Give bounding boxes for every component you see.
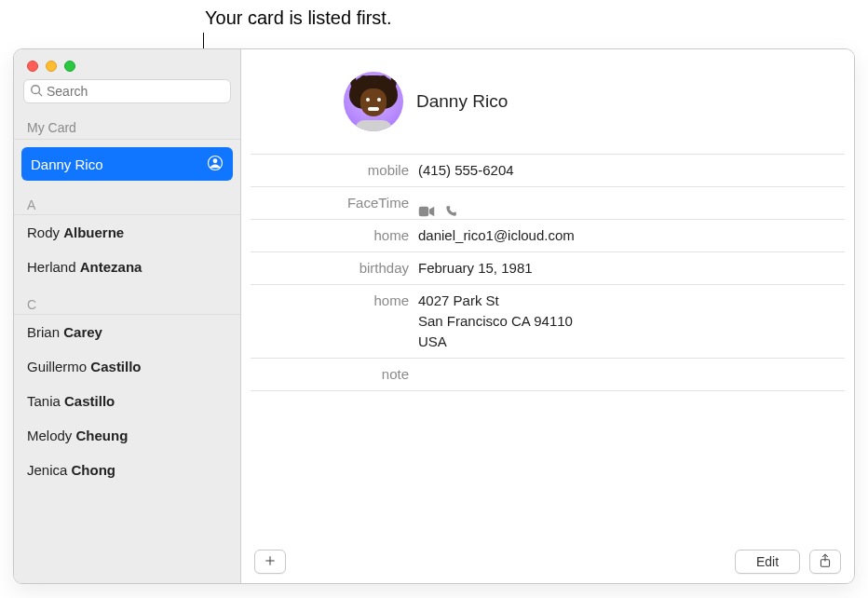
help-annotation: Your card is listed first. (205, 7, 391, 29)
contact-row[interactable]: Herland Antezana (14, 250, 240, 284)
field-value: February 15, 1981 (418, 258, 841, 279)
card-header: Danny Rico (241, 49, 854, 154)
contact-last: Carey (63, 324, 102, 340)
contact-row[interactable]: Melody Cheung (14, 418, 240, 453)
person-circle-icon (207, 155, 224, 174)
edit-button[interactable]: Edit (735, 550, 800, 574)
field-value[interactable]: 4027 Park St San Francisco CA 94110 USA (418, 291, 841, 352)
facetime-video-icon[interactable] (418, 183, 435, 224)
contact-first: Herland (27, 259, 76, 275)
contact-row[interactable]: Jenica Chong (14, 453, 240, 487)
facetime-actions (418, 193, 841, 213)
share-button[interactable] (809, 550, 841, 574)
field-facetime: FaceTime (251, 186, 845, 219)
field-birthday: birthday February 15, 1981 (251, 251, 845, 284)
minimize-window-button[interactable] (46, 61, 57, 72)
share-icon (819, 553, 832, 571)
edit-label: Edit (756, 554, 779, 569)
search-field[interactable] (23, 79, 231, 103)
mycard-row-selected[interactable]: Danny Rico (21, 147, 233, 181)
field-label: FaceTime (251, 193, 418, 213)
zoom-window-button[interactable] (64, 61, 75, 72)
contacts-window: My Card Danny Rico A Rody Albuerne Herla… (13, 48, 855, 584)
section-letter-c: C (14, 288, 240, 315)
window-controls (14, 49, 240, 79)
contacts-sidebar: My Card Danny Rico A Rody Albuerne Herla… (14, 49, 241, 583)
detail-toolbar: Edit (241, 540, 854, 583)
contact-last: Castillo (90, 359, 141, 374)
close-window-button[interactable] (27, 61, 38, 72)
svg-rect-4 (419, 207, 429, 217)
contact-row[interactable]: Rody Albuerne (14, 215, 240, 250)
field-label: birthday (251, 258, 418, 279)
contact-first: Rody (27, 224, 60, 240)
search-icon (30, 84, 43, 100)
facetime-audio-icon[interactable] (444, 183, 457, 224)
contact-first: Melody (27, 428, 72, 443)
search-input[interactable] (47, 84, 224, 99)
contact-first: Guillermo (27, 359, 87, 374)
contact-row[interactable]: Tania Castillo (14, 384, 240, 418)
plus-icon (264, 554, 277, 570)
field-home-email: home daniel_rico1@icloud.com (251, 219, 845, 251)
field-rows: mobile (415) 555-6204 FaceTime home dani… (241, 154, 854, 391)
contact-last: Albuerne (63, 224, 124, 240)
mycard-name: Danny Rico (31, 156, 103, 172)
field-home-address: home 4027 Park St San Francisco CA 94110… (251, 284, 845, 358)
contact-last: Castillo (64, 393, 115, 409)
field-value[interactable]: daniel_rico1@icloud.com (418, 225, 841, 246)
contact-last: Antezana (80, 259, 142, 275)
field-note: note (251, 358, 845, 391)
field-label: home (251, 225, 418, 246)
card-name: Danny Rico (416, 91, 508, 112)
add-contact-button[interactable] (254, 550, 286, 574)
svg-point-3 (213, 158, 218, 163)
contact-last: Chong (72, 462, 115, 478)
mycard-section-header: My Card (14, 115, 240, 140)
contact-first: Brian (27, 324, 60, 340)
field-label: note (251, 364, 418, 385)
contact-first: Tania (27, 393, 61, 409)
contact-last: Cheung (76, 428, 129, 443)
field-mobile: mobile (415) 555-6204 (251, 154, 845, 186)
contact-first: Jenica (27, 462, 67, 478)
field-label: mobile (251, 160, 418, 181)
contact-row[interactable]: Guillermo Castillo (14, 349, 240, 384)
field-label: home (251, 291, 418, 311)
contact-detail-pane: Danny Rico mobile (415) 555-6204 FaceTim… (241, 49, 854, 583)
contact-row[interactable]: Brian Carey (14, 315, 240, 349)
svg-point-0 (32, 85, 40, 93)
avatar[interactable] (344, 72, 403, 131)
svg-line-1 (39, 92, 43, 96)
section-letter-a: A (14, 188, 240, 215)
field-value[interactable]: (415) 555-6204 (418, 160, 841, 181)
